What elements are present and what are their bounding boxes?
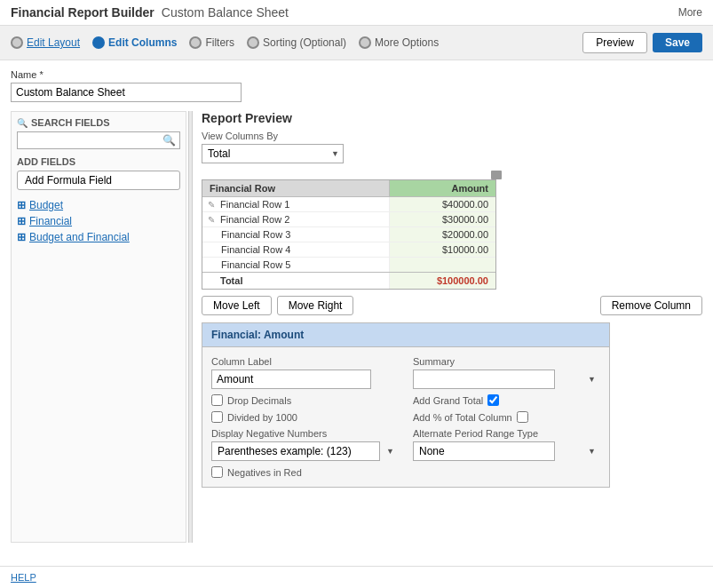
display-neg-field: Display Negative Numbers Parentheses exa… (211, 428, 399, 461)
move-left-button[interactable]: Move Left (202, 296, 272, 315)
header: Financial Report Builder Custom Balance … (0, 0, 713, 26)
add-grand-total-label: Add Grand Total (413, 395, 483, 406)
col-config-header: Financial: Amount (202, 323, 609, 347)
view-columns-select-wrap: Total Period Quarter Year ▼ (202, 144, 344, 163)
field-group-budget[interactable]: ⊞ Budget (17, 197, 180, 213)
summary-select[interactable] (413, 369, 555, 389)
negatives-red-checkbox[interactable] (211, 466, 223, 478)
add-grand-total-checkbox[interactable] (487, 394, 499, 406)
search-button[interactable]: 🔍 (159, 132, 179, 148)
app-title: Financial Report Builder (11, 5, 154, 20)
add-grand-total-row: Add Grand Total (413, 394, 600, 406)
wizard-bar: Edit Layout Edit Columns Filters Sorting… (0, 26, 713, 60)
field-group-label-budget-financial: Budget and Financial (29, 231, 130, 243)
summary-field: Summary ▼ (413, 356, 600, 389)
total-row: Total $100000.00 (202, 273, 495, 290)
col-header-row: Financial Row (202, 180, 389, 197)
view-columns-select[interactable]: Total Period Quarter Year (202, 144, 344, 163)
remove-column-button[interactable]: Remove Column (600, 296, 702, 315)
row-label-2: ✎ Financial Row 2 (202, 212, 389, 227)
step-label-edit-layout: Edit Layout (27, 36, 80, 49)
add-pct-total-label: Add % of Total Column (413, 412, 512, 423)
table-row: Financial Row 4 $10000.00 (202, 242, 495, 258)
report-preview-title: Report Preview (202, 111, 702, 125)
edit-icon-1[interactable]: ✎ (208, 200, 215, 210)
col-config-body: Column Label Summary ▼ (202, 347, 609, 487)
help-link[interactable]: HELP (11, 572, 36, 583)
display-neg-label: Display Negative Numbers (211, 428, 399, 439)
save-button[interactable]: Save (653, 33, 702, 52)
drag-handle-row (202, 171, 503, 179)
step-circle-filters (189, 36, 202, 49)
table-row: ✎ Financial Row 2 $30000.00 (202, 212, 495, 227)
row-amount-4: $10000.00 (389, 242, 495, 258)
step-circle-sorting (247, 36, 259, 49)
table-row: Financial Row 3 $20000.00 (202, 227, 495, 242)
search-input[interactable] (18, 132, 159, 148)
step-edit-columns[interactable]: Edit Columns (92, 36, 177, 49)
step-circle-edit-columns (92, 36, 105, 49)
summary-select-wrap: ▼ (413, 369, 600, 389)
row-label-3: Financial Row 3 (202, 227, 389, 242)
display-neg-chevron-icon: ▼ (386, 447, 394, 456)
column-label-field: Column Label (211, 356, 399, 389)
table-row: Financial Row 5 (202, 258, 495, 273)
row-amount-5 (389, 258, 495, 273)
total-amount: $100000.00 (389, 273, 495, 290)
edit-icon-2[interactable]: ✎ (208, 215, 215, 225)
row-label-1: ✎ Financial Row 1 (202, 197, 389, 212)
drop-decimals-row: Drop Decimals (211, 394, 399, 406)
step-label-sorting: Sorting (Optional) (263, 36, 346, 49)
plus-icon-budget: ⊞ (17, 199, 26, 211)
left-panel: 🔍 SEARCH FIELDS 🔍 ADD FIELDS Add Formula… (11, 111, 186, 543)
step-edit-layout[interactable]: Edit Layout (11, 36, 80, 49)
divided-by-1000-row: Divided by 1000 (211, 411, 399, 423)
name-section: Name * (11, 69, 702, 102)
right-panel: Report Preview View Columns By Total Per… (194, 111, 702, 543)
column-label-input[interactable] (211, 369, 371, 389)
drop-decimals-checkbox[interactable] (211, 394, 223, 406)
step-circle-edit-layout (11, 36, 23, 49)
step-label-edit-columns: Edit Columns (108, 36, 177, 49)
add-fields-label: ADD FIELDS (17, 156, 180, 167)
name-input[interactable] (11, 83, 242, 102)
preview-button[interactable]: Preview (582, 32, 647, 53)
alt-period-select[interactable]: None Prior Period Prior Year (413, 441, 555, 461)
header-titles: Financial Report Builder Custom Balance … (11, 5, 289, 20)
alt-period-chevron-icon: ▼ (588, 447, 596, 456)
drop-decimals-label: Drop Decimals (227, 395, 291, 406)
more-link[interactable]: More (678, 6, 702, 19)
footer: HELP (0, 566, 713, 588)
search-box-wrap: 🔍 (17, 131, 180, 149)
row-amount-1: $40000.00 (389, 197, 495, 212)
summary-chevron-icon: ▼ (588, 375, 596, 384)
add-pct-total-checkbox[interactable] (517, 411, 528, 423)
field-group-financial[interactable]: ⊞ Financial (17, 213, 180, 229)
search-icon: 🔍 (17, 118, 28, 128)
move-buttons-row: Move Left Move Right Remove Column (202, 296, 702, 315)
col-config-panel: Financial: Amount Column Label Summary (202, 322, 610, 488)
main-content: Name * 🔍 SEARCH FIELDS 🔍 ADD FIELDS Add … (0, 60, 713, 549)
display-neg-select[interactable]: Parentheses example: (123) Minus Sign ex… (211, 441, 380, 461)
add-pct-total-row: Add % of Total Column (413, 411, 600, 423)
step-filters[interactable]: Filters (189, 36, 234, 49)
divided-by-1000-label: Divided by 1000 (227, 412, 297, 423)
plus-icon-budget-financial: ⊞ (17, 231, 26, 243)
search-header: 🔍 SEARCH FIELDS (17, 117, 180, 128)
panel-divider[interactable] (188, 111, 193, 543)
step-label-filters: Filters (205, 36, 234, 49)
step-sorting[interactable]: Sorting (Optional) (247, 36, 346, 49)
summary-label: Summary (413, 356, 600, 367)
row-amount-3: $20000.00 (389, 227, 495, 242)
field-group-budget-financial[interactable]: ⊞ Budget and Financial (17, 229, 180, 245)
add-formula-field-button[interactable]: Add Formula Field (17, 171, 180, 190)
move-right-button[interactable]: Move Right (277, 296, 354, 315)
step-circle-more-options (359, 36, 371, 49)
display-neg-select-wrap: Parentheses example: (123) Minus Sign ex… (211, 441, 399, 461)
field-group-label-financial: Financial (29, 215, 72, 227)
divided-by-1000-checkbox[interactable] (211, 411, 223, 423)
table-row: ✎ Financial Row 1 $40000.00 (202, 197, 495, 212)
col-header-amount: Amount (389, 180, 495, 197)
step-more-options[interactable]: More Options (359, 36, 439, 49)
report-table-wrapper: Financial Row Amount ✎ Financial Row 1 (202, 179, 496, 290)
